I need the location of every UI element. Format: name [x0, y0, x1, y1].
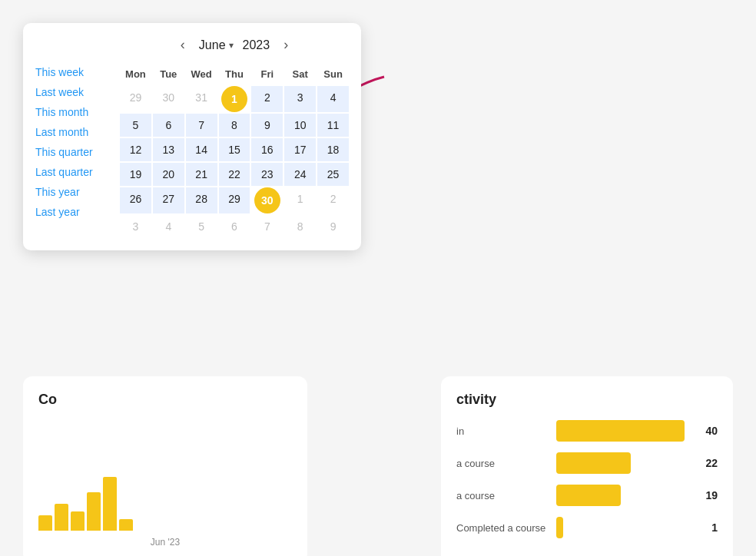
activity-bar-2: [556, 452, 631, 474]
activity-bar-wrap-3: [556, 485, 691, 506]
chart-area: [38, 469, 292, 531]
day-cell[interactable]: 7: [186, 114, 217, 137]
day-cell[interactable]: 9: [251, 114, 283, 137]
chart-x-label: Jun '23: [38, 537, 292, 548]
day-cell[interactable]: 8: [284, 215, 316, 238]
activity-bar-4: [556, 517, 563, 538]
day-cell[interactable]: 11: [317, 114, 349, 137]
activity-label-3: a course: [456, 490, 549, 501]
month-selector-wrapper: June ▾: [199, 38, 234, 52]
activity-panel-title: ctivity: [456, 392, 718, 408]
quick-link-this-month[interactable]: This month: [35, 106, 93, 118]
day-cell[interactable]: 8: [219, 114, 250, 137]
quick-links-panel: This week Last week This month Last mont…: [35, 66, 93, 218]
day-cell[interactable]: 5: [186, 215, 217, 238]
day-cell[interactable]: 12: [120, 138, 151, 161]
day-cell[interactable]: 25: [317, 163, 349, 186]
day-cell[interactable]: 27: [153, 187, 184, 213]
day-cell-1[interactable]: 1: [219, 86, 250, 112]
day-cell[interactable]: 17: [284, 138, 316, 161]
quick-link-last-month[interactable]: Last month: [35, 126, 93, 138]
chevron-down-icon: ▾: [229, 40, 234, 51]
day-cell[interactable]: 16: [251, 138, 283, 161]
day-cell[interactable]: 28: [186, 187, 217, 213]
activity-label-4: Completed a course: [456, 522, 549, 534]
day-header-tue: Tue: [153, 64, 184, 84]
day-header-fri: Fri: [251, 64, 283, 84]
activity-row-3: a course 19: [456, 485, 718, 506]
day-cell[interactable]: 4: [317, 86, 349, 112]
calendar-header: ‹ June ▾ 2023 ›: [120, 35, 349, 55]
calendar-dropdown: This week Last week This month Last mont…: [23, 23, 361, 250]
day-cell[interactable]: 3: [284, 86, 316, 112]
quick-link-this-week[interactable]: This week: [35, 66, 93, 78]
day-cell[interactable]: 1: [284, 187, 316, 213]
day-cell-30[interactable]: 30: [251, 187, 283, 213]
prev-month-button[interactable]: ‹: [176, 35, 190, 55]
activity-row-4: Completed a course 1: [456, 517, 718, 538]
activity-bar-1: [556, 420, 685, 442]
day-cell[interactable]: 13: [153, 138, 184, 161]
calendar-main: ‹ June ▾ 2023 › Mon Tue Wed Thu Fri Sat …: [120, 35, 349, 238]
calendar-grid: Mon Tue Wed Thu Fri Sat Sun 29 30 31 1 2…: [120, 64, 349, 238]
left-panel: Co Jun '23: [23, 376, 307, 556]
left-panel-title: Co: [38, 392, 292, 408]
day-cell[interactable]: 15: [219, 138, 250, 161]
day-header-thu: Thu: [219, 64, 250, 84]
activity-count-4: 1: [699, 521, 718, 534]
day-header-sun: Sun: [317, 64, 349, 84]
month-label: June: [199, 38, 226, 52]
day-cell[interactable]: 6: [153, 114, 184, 137]
day-cell[interactable]: 2: [317, 187, 349, 213]
chart-bar: [71, 511, 85, 531]
chart-bar: [87, 492, 101, 531]
day-cell[interactable]: 6: [219, 215, 250, 238]
day-header-wed: Wed: [186, 64, 217, 84]
quick-link-last-year[interactable]: Last year: [35, 206, 93, 218]
day-cell[interactable]: 9: [317, 215, 349, 238]
day-cell[interactable]: 22: [219, 163, 250, 186]
day-cell[interactable]: 26: [120, 187, 151, 213]
day-cell[interactable]: 18: [317, 138, 349, 161]
activity-label-2: a course: [456, 458, 549, 469]
quick-link-last-quarter[interactable]: Last quarter: [35, 166, 93, 178]
activity-bar-wrap-1: [556, 420, 691, 442]
day-cell[interactable]: 10: [284, 114, 316, 137]
activity-bar-wrap-2: [556, 452, 691, 474]
activity-count-3: 19: [699, 489, 718, 501]
day-header-sat: Sat: [284, 64, 316, 84]
day-cell[interactable]: 31: [186, 86, 217, 112]
activity-bar-3: [556, 485, 621, 506]
next-month-button[interactable]: ›: [279, 35, 293, 55]
activity-panel: ctivity in 40 a course 22 a course 19 Co…: [441, 376, 733, 556]
chart-bar: [55, 504, 68, 531]
day-cell[interactable]: 14: [186, 138, 217, 161]
activity-count-1: 40: [699, 425, 718, 437]
year-label: 2023: [243, 38, 270, 52]
day-cell[interactable]: 5: [120, 114, 151, 137]
activity-bar-wrap-4: [556, 517, 691, 538]
day-cell[interactable]: 2: [251, 86, 283, 112]
day-cell[interactable]: 29: [120, 86, 151, 112]
quick-link-this-quarter[interactable]: This quarter: [35, 146, 93, 158]
chart-bar: [119, 519, 133, 531]
activity-row-2: a course 22: [456, 452, 718, 474]
day-cell[interactable]: 3: [120, 215, 151, 238]
activity-label-1: in: [456, 425, 549, 437]
day-header-mon: Mon: [120, 64, 151, 84]
day-cell[interactable]: 24: [284, 163, 316, 186]
chart-bar: [103, 477, 117, 531]
activity-row-1: in 40: [456, 420, 718, 442]
day-cell[interactable]: 23: [251, 163, 283, 186]
quick-link-this-year[interactable]: This year: [35, 186, 93, 198]
chart-bar: [38, 515, 52, 531]
day-cell[interactable]: 30: [153, 86, 184, 112]
activity-count-2: 22: [699, 457, 718, 469]
day-cell[interactable]: 29: [219, 187, 250, 213]
day-cell[interactable]: 4: [153, 215, 184, 238]
day-cell[interactable]: 20: [153, 163, 184, 186]
day-cell[interactable]: 19: [120, 163, 151, 186]
day-cell[interactable]: 7: [251, 215, 283, 238]
quick-link-last-week[interactable]: Last week: [35, 86, 93, 98]
day-cell[interactable]: 21: [186, 163, 217, 186]
